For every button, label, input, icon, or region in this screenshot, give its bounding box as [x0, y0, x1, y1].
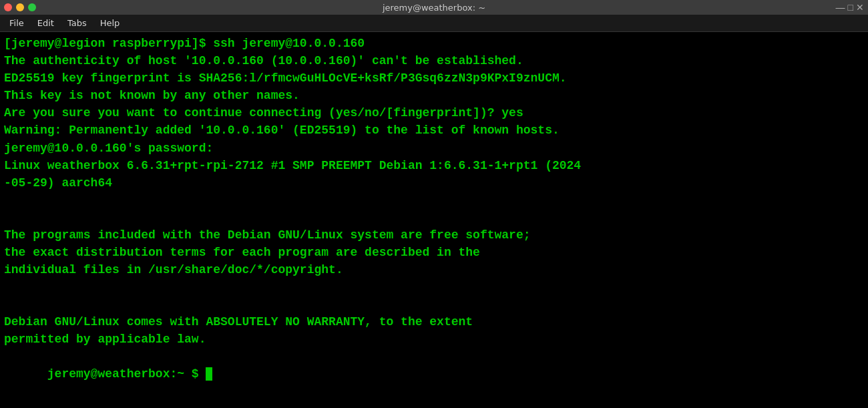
title-bar: jeremy@weatherbox: ~ — □ ✕ — [0, 0, 868, 15]
terminal-line-4: This key is not known by any other names… — [4, 87, 864, 104]
terminal-line-6: Warning: Permanently added '10.0.0.160' … — [4, 122, 864, 139]
terminal-line-14: individual files in /usr/share/doc/*/cop… — [4, 261, 864, 278]
terminal-line-7: jeremy@10.0.0.160's password: — [4, 140, 864, 157]
terminal-line-12: The programs included with the Debian GN… — [4, 226, 864, 244]
terminal-line-5: Are you sure you want to continue connec… — [4, 104, 864, 122]
terminal-line-13: the exact distribution terms for each pr… — [4, 244, 864, 261]
window-controls[interactable] — [4, 3, 36, 11]
menu-tabs[interactable]: Tabs — [61, 17, 93, 29]
terminal-cursor — [206, 367, 212, 381]
terminal-line-1: [jeremy@legion raspberrypi]$ ssh jeremy@… — [4, 35, 864, 52]
terminal-line-17: Debian GNU/Linux comes with ABSOLUTELY N… — [4, 313, 864, 331]
close-button[interactable] — [4, 3, 12, 11]
close-icon[interactable]: ✕ — [856, 2, 864, 13]
menu-help[interactable]: Help — [93, 17, 127, 29]
title-bar-right-controls: — □ ✕ — [836, 2, 864, 13]
terminal-window: jeremy@weatherbox: ~ — □ ✕ File Edit Tab… — [0, 0, 868, 408]
terminal-blank-4 — [4, 296, 864, 313]
terminal-blank-2 — [4, 209, 864, 226]
terminal-blank-1 — [4, 192, 864, 209]
terminal-output[interactable]: [jeremy@legion raspberrypi]$ ssh jeremy@… — [0, 32, 868, 408]
menu-bar: File Edit Tabs Help — [0, 15, 868, 32]
terminal-line-3: ED25519 key fingerprint is SHA256:l/rfmc… — [4, 69, 864, 87]
maximize-button[interactable] — [28, 3, 36, 11]
minimize-button[interactable] — [16, 3, 24, 11]
menu-edit[interactable]: Edit — [31, 17, 61, 29]
terminal-prompt-line: jeremy@weatherbox:~ $ — [4, 348, 864, 400]
terminal-line-8: Linux weatherbox 6.6.31+rpt-rpi-2712 #1 … — [4, 157, 864, 174]
terminal-blank-3 — [4, 278, 864, 296]
prompt-text: jeremy@weatherbox:~ $ — [47, 367, 206, 381]
restore-button[interactable]: — — [836, 2, 845, 13]
terminal-line-18: permitted by applicable law. — [4, 331, 864, 348]
menu-file[interactable]: File — [3, 17, 31, 29]
window-title: jeremy@weatherbox: ~ — [383, 3, 485, 13]
terminal-line-9: -05-29) aarch64 — [4, 174, 864, 192]
resize-button[interactable]: □ — [848, 2, 853, 13]
terminal-line-2: The authenticity of host '10.0.0.160 (10… — [4, 52, 864, 69]
